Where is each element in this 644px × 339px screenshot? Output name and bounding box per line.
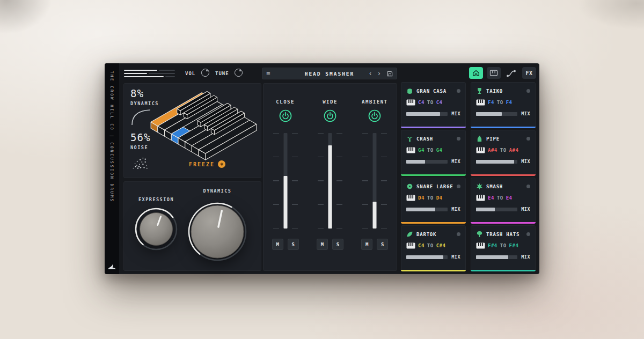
range-from-note[interactable]: E4 — [488, 195, 494, 201]
fx-view-button[interactable]: FX — [522, 67, 536, 79]
mute-button[interactable]: M — [272, 239, 283, 250]
fader-tick — [362, 157, 368, 158]
dynamics-curve-icon — [130, 108, 152, 126]
slot-range: F4TOF4 — [476, 99, 530, 106]
mixer-channel-ambient: AMBIENTMS — [353, 83, 397, 271]
fader-close[interactable] — [273, 133, 298, 229]
range-to-note[interactable]: A#4 — [509, 148, 519, 153]
slot-header: PIPE — [476, 135, 530, 142]
fader-track[interactable] — [283, 133, 287, 229]
mix-slider[interactable] — [406, 255, 448, 259]
slot-indicator-led[interactable] — [457, 232, 460, 236]
mute-solo-group: MS — [361, 239, 388, 250]
drum-slot-snare-large[interactable]: SNARE LARGED4TOD4MIX — [401, 178, 466, 224]
save-icon[interactable] — [387, 71, 393, 77]
solo-button[interactable]: S — [332, 239, 343, 250]
mix-slider[interactable] — [406, 208, 448, 211]
drum-slot-gran-casa[interactable]: GRAN CASAC4TOC4MIX — [401, 82, 466, 128]
automation-view-button[interactable] — [504, 67, 518, 79]
preset-prev-button[interactable]: ‹ — [369, 70, 372, 77]
fader-track[interactable] — [328, 133, 332, 229]
range-from-note[interactable]: A#4 — [488, 148, 497, 153]
mix-slider[interactable] — [476, 160, 517, 164]
mix-slider-fill — [406, 255, 443, 259]
mix-slider[interactable] — [476, 208, 517, 211]
range-to-note[interactable]: F#4 — [509, 243, 519, 248]
fader-tick — [362, 133, 368, 134]
drum-slot-crash[interactable]: CRASHG4TOG4MIX — [401, 130, 466, 176]
fader-tick — [292, 157, 298, 158]
fader-wide[interactable] — [318, 133, 342, 229]
slot-indicator-led[interactable] — [457, 185, 460, 188]
solo-button[interactable]: S — [377, 239, 388, 250]
range-to-note[interactable]: C#4 — [436, 243, 446, 248]
slot-header: CRASH — [406, 135, 460, 142]
power-button[interactable] — [368, 109, 382, 123]
mix-slider-fill — [476, 112, 502, 116]
slot-name: CRASH — [416, 136, 453, 142]
range-to-note[interactable]: D4 — [436, 195, 443, 201]
slot-indicator-led[interactable] — [526, 137, 530, 141]
slot-mix-row: MIX — [406, 111, 460, 116]
freeze-control[interactable]: FREEZE ❄ — [189, 160, 225, 168]
slot-accent-bar — [471, 222, 536, 224]
fader-tick — [318, 204, 324, 205]
solo-button[interactable]: S — [288, 239, 299, 250]
mix-slider[interactable] — [476, 112, 517, 116]
range-from-note[interactable]: G4 — [418, 148, 425, 153]
mix-slider[interactable] — [406, 160, 448, 164]
range-from-note[interactable]: F4 — [488, 100, 494, 105]
fader-tick — [336, 204, 342, 205]
mix-slider-fill — [406, 208, 435, 211]
range-from-note[interactable]: C4 — [418, 100, 425, 105]
range-to-note[interactable]: F4 — [506, 100, 513, 105]
drum-slot-trash-hats[interactable]: TRASH HATSF#4TOF#4MIX — [471, 225, 536, 271]
fader-tick — [318, 228, 324, 229]
power-button[interactable] — [279, 109, 292, 123]
drum-slot-smash[interactable]: SMASHE4TOE4MIX — [471, 178, 536, 224]
fader-tick — [336, 157, 342, 158]
range-from-note[interactable]: C4 — [418, 243, 425, 248]
slot-indicator-led[interactable] — [526, 89, 530, 93]
fader-tick — [292, 133, 298, 134]
slot-accent-bar — [471, 270, 536, 271]
tune-knob[interactable] — [235, 69, 243, 77]
drum-slot-pipe[interactable]: PIPEA#4TOA#4MIX — [471, 130, 536, 176]
slot-indicator-led[interactable] — [457, 89, 460, 93]
range-to-note[interactable]: E4 — [506, 195, 513, 201]
home-view-button[interactable] — [469, 67, 483, 79]
fader-tick — [318, 133, 324, 134]
mini-keyboard-icon — [476, 242, 485, 249]
mix-slider[interactable] — [476, 255, 517, 259]
fader-tick — [273, 133, 279, 134]
expression-knob[interactable] — [134, 207, 179, 252]
keyboard-view-button[interactable] — [487, 67, 501, 79]
fader-ambient[interactable] — [362, 133, 387, 229]
fader-tick — [362, 228, 368, 229]
fader-track[interactable] — [373, 133, 377, 229]
mixer-channel-close: CLOSEMS — [263, 83, 308, 271]
slot-indicator-led[interactable] — [526, 185, 530, 188]
power-button[interactable] — [323, 109, 337, 123]
goblet-icon — [476, 87, 483, 94]
range-to-note[interactable]: G4 — [436, 148, 443, 153]
vol-knob[interactable] — [201, 69, 209, 77]
crow-logo-icon — [107, 263, 116, 270]
range-from-note[interactable]: F#4 — [488, 243, 497, 248]
slot-indicator-led[interactable] — [457, 137, 460, 141]
mute-button[interactable]: M — [361, 239, 372, 250]
slot-indicator-led[interactable] — [526, 232, 530, 236]
drum-slot-taiko[interactable]: TAIKOF4TOF4MIX — [471, 82, 536, 128]
fader-tick — [381, 180, 387, 181]
mute-button[interactable]: M — [317, 239, 328, 250]
drum-slot-bartok[interactable]: BARTOKC4TOC#4MIX — [401, 225, 466, 271]
preset-next-button[interactable]: › — [377, 70, 381, 77]
slot-header: BARTOK — [406, 231, 460, 238]
range-from-note[interactable]: D4 — [418, 195, 425, 201]
dynamics-knob[interactable] — [186, 201, 248, 263]
range-to-note[interactable]: C4 — [436, 100, 443, 105]
mix-slider[interactable] — [406, 112, 448, 116]
slot-name: TAIKO — [486, 89, 523, 94]
slot-mix-row: MIX — [476, 207, 530, 212]
bottle-icon — [476, 135, 483, 142]
